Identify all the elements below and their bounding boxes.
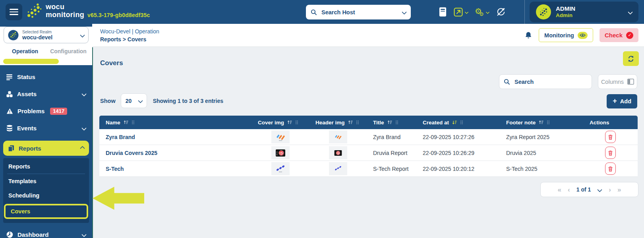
column-header-created-at[interactable]: Created at bbox=[416, 116, 500, 129]
column-header-header-img[interactable]: Header img bbox=[309, 116, 367, 129]
topbar-divider bbox=[524, 0, 525, 24]
external-tools-button[interactable] bbox=[454, 8, 468, 17]
submenu-item-templates[interactable]: Templates bbox=[3, 174, 89, 188]
trash-icon bbox=[608, 150, 613, 156]
drag-handle-icon[interactable] bbox=[460, 120, 463, 125]
chevron-down-icon bbox=[485, 10, 489, 14]
cell-name: S-Tech bbox=[99, 161, 251, 177]
realm-icon bbox=[8, 30, 19, 41]
sidebar-item-label: Status bbox=[17, 74, 35, 80]
sidebar-item-dashboard[interactable]: Dashboard bbox=[0, 226, 92, 238]
cell-created-at: 22-09-2025 10:20:12 bbox=[416, 161, 500, 177]
host-search-input[interactable] bbox=[321, 9, 399, 16]
refresh-button[interactable] bbox=[623, 51, 639, 66]
column-header-footer-note[interactable]: Footer note bbox=[500, 116, 583, 129]
delete-button[interactable] bbox=[605, 131, 616, 143]
submenu-item-scheduling[interactable]: Scheduling bbox=[3, 188, 89, 203]
user-menu[interactable]: ADMIN Admin bbox=[530, 2, 638, 22]
column-header-name[interactable]: Name bbox=[99, 116, 251, 129]
sidebar-item-status[interactable]: Status bbox=[0, 68, 92, 85]
table-search[interactable] bbox=[499, 74, 592, 89]
submenu-item-covers[interactable]: Covers bbox=[6, 205, 87, 217]
sort-icon[interactable] bbox=[539, 120, 543, 125]
covers-table: Name Cover img Header img bbox=[99, 116, 638, 177]
drag-handle-icon[interactable] bbox=[356, 120, 359, 125]
check-icon: ✓ bbox=[626, 32, 633, 39]
columns-button[interactable]: Columns bbox=[598, 74, 637, 89]
table-row[interactable]: Druvia Covers 2025 DruviaD D Druvia Repo… bbox=[99, 145, 638, 161]
check-label: Check bbox=[605, 32, 623, 39]
drag-handle-icon[interactable] bbox=[547, 120, 550, 125]
sidebar-item-reports[interactable]: Reports bbox=[3, 141, 89, 156]
trash-icon bbox=[608, 134, 613, 140]
assets-icon bbox=[6, 91, 13, 97]
brand-logo: wocu monitoring v65.3-179-gb0d8edf35c bbox=[26, 3, 150, 19]
column-header-cover-img[interactable]: Cover img bbox=[251, 116, 309, 129]
bell-icon[interactable] bbox=[524, 31, 532, 39]
pagination-next-button[interactable]: › bbox=[609, 186, 611, 193]
sidebar-item-assets[interactable]: Assets bbox=[0, 85, 92, 103]
cell-title: Druvia Report bbox=[367, 145, 416, 161]
main-content: Covers Columns Show bbox=[92, 47, 644, 238]
delete-button[interactable] bbox=[605, 147, 616, 159]
monitoring-mode-button[interactable]: Monitoring bbox=[539, 28, 593, 42]
page-title: Covers bbox=[100, 59, 123, 67]
cell-header-img: D bbox=[309, 145, 367, 161]
monitoring-label: Monitoring bbox=[544, 32, 574, 39]
sort-icon[interactable] bbox=[348, 120, 353, 125]
page-size-select[interactable]: 20 bbox=[121, 93, 147, 108]
pagination-first-button[interactable]: « bbox=[558, 186, 561, 193]
sidebar-item-events[interactable]: Events bbox=[0, 120, 92, 137]
chevron-down-icon[interactable] bbox=[597, 187, 602, 192]
reports-icon bbox=[8, 145, 14, 152]
external-link-icon bbox=[454, 8, 463, 17]
chevron-down-icon bbox=[81, 91, 87, 97]
user-name: ADMIN bbox=[556, 5, 575, 12]
host-search-combobox[interactable] bbox=[306, 5, 411, 19]
problems-count-badge: 1417 bbox=[50, 108, 67, 115]
pagination-prev-button[interactable]: ‹ bbox=[568, 186, 570, 193]
sort-icon-active-desc[interactable] bbox=[452, 120, 457, 125]
sidebar-item-problems[interactable]: Problems 1417 bbox=[0, 103, 92, 120]
cover-name-link[interactable]: Zyra Brand bbox=[106, 134, 135, 140]
pagination-last-button[interactable]: » bbox=[617, 186, 621, 193]
drag-handle-icon[interactable] bbox=[132, 120, 135, 125]
cell-name: Druvia Covers 2025 bbox=[99, 145, 251, 161]
chevron-down-icon bbox=[80, 33, 85, 38]
table-row[interactable]: Zyra Brand Zyra Brand 22-09-20 bbox=[99, 129, 638, 145]
hamburger-menu-button[interactable] bbox=[6, 4, 22, 20]
documentation-button[interactable] bbox=[439, 7, 447, 17]
table-row[interactable]: S-Tech S-Tech Report 22-09-202 bbox=[99, 161, 638, 177]
cell-actions bbox=[583, 129, 638, 145]
submenu-item-reports[interactable]: Reports bbox=[3, 159, 89, 174]
sort-icon[interactable] bbox=[287, 120, 292, 125]
column-header-title[interactable]: Title bbox=[367, 116, 416, 129]
cell-created-at: 22-09-2025 10:26:29 bbox=[416, 145, 500, 161]
check-button[interactable]: Check ✓ bbox=[600, 28, 638, 42]
sort-icon[interactable] bbox=[124, 120, 128, 125]
search-icon bbox=[311, 9, 317, 15]
tab-configuration[interactable]: Configuration bbox=[50, 48, 87, 54]
chevron-down-icon[interactable] bbox=[402, 10, 407, 15]
delete-button[interactable] bbox=[605, 163, 616, 175]
realm-selector[interactable]: Selected Realm wocu-devel bbox=[4, 27, 89, 43]
table-search-input[interactable] bbox=[514, 78, 587, 85]
drag-handle-icon[interactable] bbox=[295, 120, 298, 125]
tab-operation[interactable]: Operation bbox=[12, 48, 38, 54]
status-icon bbox=[6, 74, 13, 80]
disable-sync-button[interactable] bbox=[496, 7, 506, 17]
sort-icon[interactable] bbox=[387, 120, 392, 125]
cover-name-link[interactable]: S-Tech bbox=[106, 166, 124, 172]
gears-icon: ⚙⚙ bbox=[475, 7, 484, 17]
cell-actions bbox=[583, 161, 638, 177]
page-size-value: 20 bbox=[126, 98, 132, 104]
cover-name-link[interactable]: Druvia Covers 2025 bbox=[106, 150, 157, 156]
settings-menu-button[interactable]: ⚙⚙ bbox=[475, 7, 489, 17]
chevron-down-icon bbox=[465, 10, 469, 14]
header-image-druvia: D bbox=[329, 146, 347, 159]
columns-label: Columns bbox=[601, 79, 624, 85]
sidebar-item-label: Dashboard bbox=[17, 231, 48, 238]
cell-cover-img bbox=[251, 129, 309, 145]
add-cover-button[interactable]: + Add bbox=[607, 94, 637, 108]
drag-handle-icon[interactable] bbox=[395, 120, 398, 125]
